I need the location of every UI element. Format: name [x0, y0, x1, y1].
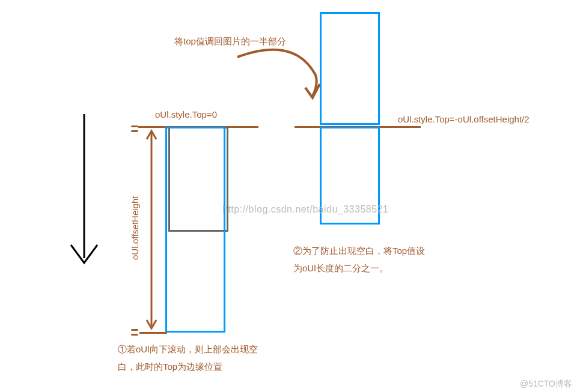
left-caption-line1: ①若oUl向下滚动，则上部会出现空 [118, 341, 258, 358]
right-caption-line1: ②为了防止出现空白，将Top值设 [293, 243, 425, 260]
right-label-text: oUl.style.Top=-oUl.offsetHeight/2 [398, 114, 530, 124]
right-caption: ②为了防止出现空白，将Top值设 为oUl长度的二分之一。 [293, 243, 425, 277]
dash [131, 130, 138, 132]
big-down-arrow-icon [60, 108, 108, 276]
left-caption-line2: 白，此时的Top为边缘位置 [118, 358, 258, 376]
left-blue-box [165, 127, 225, 333]
dash [131, 329, 138, 331]
dash [131, 125, 138, 127]
credit-text: @51CTO博客 [520, 379, 572, 390]
left-label-text: oUl.style.Top=0 [155, 109, 217, 119]
offset-height-label: oUl.offsetHeight [130, 168, 140, 288]
offset-measure-arrow-icon [143, 126, 160, 333]
left-caption: ①若oUl向下滚动，则上部会出现空 白，此时的Top为边缘位置 [118, 341, 258, 375]
dash [131, 334, 138, 336]
right-caption-line2: 为oUl长度的二分之一。 [293, 260, 425, 277]
right-top-blue-box [320, 12, 380, 125]
right-bottom-blue-box [320, 127, 380, 225]
